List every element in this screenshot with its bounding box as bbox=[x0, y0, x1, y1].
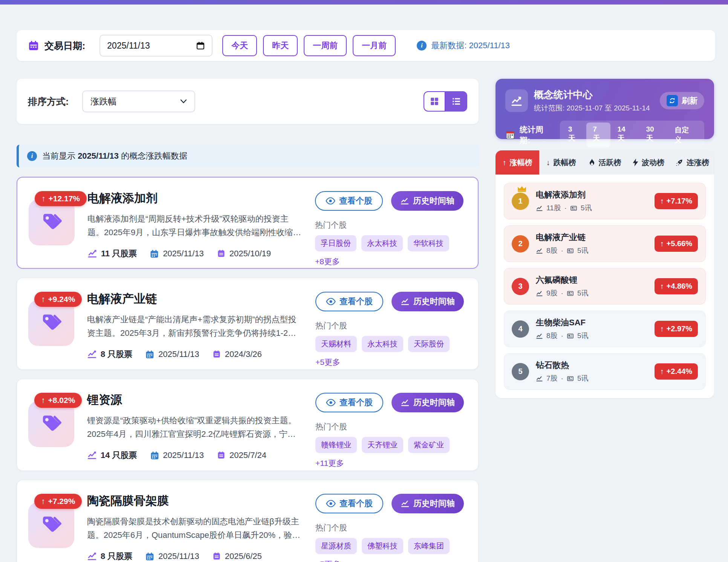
more-stocks-link[interactable]: +8更多 bbox=[315, 256, 340, 267]
chart-icon bbox=[400, 196, 409, 205]
period-3d-button[interactable]: 3天 bbox=[562, 123, 586, 147]
stock-chip[interactable]: 华软科技 bbox=[408, 235, 449, 251]
news-icon bbox=[567, 290, 574, 297]
period-14d-button[interactable]: 14天 bbox=[611, 123, 639, 147]
period-custom-button[interactable]: 自定义 bbox=[668, 123, 702, 147]
stock-chip[interactable]: 赣锋锂业 bbox=[315, 437, 357, 453]
ranking-item[interactable]: 1 电解液添加剂 11股 · 5讯 ↑+7.17% bbox=[504, 183, 706, 219]
down-arrow-icon: ↓ bbox=[546, 158, 550, 167]
ranking-item[interactable]: 2 电解液产业链 8股 · 5讯 ↑+5.66% bbox=[504, 225, 706, 262]
quick-date-buttons: 今天 昨天 一周前 一月前 bbox=[222, 35, 396, 56]
ranking-list: 1 电解液添加剂 11股 · 5讯 ↑+7.17% bbox=[496, 175, 714, 398]
rank-change-badge: ↑+7.17% bbox=[655, 193, 698, 209]
update-date: 2025/11/13 bbox=[163, 249, 203, 259]
history-timeline-button[interactable]: 历史时间轴 bbox=[392, 393, 464, 412]
trade-date-toolbar: 交易日期: 2025/11/13 今天 昨天 一周前 一月前 i 最新数据: 2… bbox=[17, 30, 715, 61]
up-arrow-icon: ↑ bbox=[503, 158, 506, 167]
stock-chip[interactable]: 永太科技 bbox=[361, 235, 403, 251]
period-label: 统计周期: bbox=[520, 124, 554, 145]
mini-chart-icon bbox=[536, 205, 543, 212]
date-picker-icon[interactable] bbox=[196, 41, 205, 50]
tab-losers[interactable]: ↓跌幅榜 bbox=[539, 150, 583, 175]
info-icon: i bbox=[27, 151, 37, 161]
stock-chip[interactable]: 孚日股份 bbox=[315, 235, 356, 251]
concept-description: 电解液产业链是“产能出清尾声+需求复苏初期”的拐点型投资主题。2025年3月，新… bbox=[87, 313, 303, 340]
calendar-icon bbox=[28, 40, 39, 51]
ranking-item[interactable]: 5 钻石散热 7股 · 5讯 ↑+2.44% bbox=[504, 353, 706, 390]
concept-icon-wrap: ↑+9.24% bbox=[28, 300, 74, 358]
dot-separator: · bbox=[564, 204, 567, 212]
chevron-down-icon bbox=[180, 99, 187, 104]
calendar-icon bbox=[145, 350, 154, 359]
news-count: 5讯 bbox=[581, 203, 592, 213]
view-stocks-button[interactable]: 查看个股 bbox=[315, 191, 383, 211]
tag-icon bbox=[40, 311, 63, 335]
sort-toolbar: 排序方式: 涨跌幅 bbox=[17, 79, 479, 124]
today-button[interactable]: 今天 bbox=[222, 35, 257, 56]
view-stocks-button[interactable]: 查看个股 bbox=[315, 292, 383, 311]
concept-icon-wrap: ↑+12.17% bbox=[29, 199, 75, 257]
rank-change-badge: ↑+2.97% bbox=[655, 321, 698, 337]
refresh-button[interactable]: 刷新 bbox=[660, 92, 704, 109]
stock-chip[interactable]: 天赐材料 bbox=[315, 336, 357, 352]
mini-chart-icon bbox=[536, 375, 543, 382]
concept-card[interactable]: ↑+8.02% 锂资源 锂资源是“政策驱动+供给收缩”双重逻辑共振的投资主题。2… bbox=[17, 379, 479, 471]
yesterday-button[interactable]: 昨天 bbox=[263, 35, 298, 56]
mini-calendar-icon bbox=[505, 130, 515, 140]
eye-icon bbox=[326, 298, 336, 305]
stock-chip[interactable]: 紫金矿业 bbox=[408, 437, 450, 453]
month-ago-button[interactable]: 一月前 bbox=[353, 35, 396, 56]
update-date: 2025/11/13 bbox=[163, 450, 204, 460]
history-timeline-button[interactable]: 历史时间轴 bbox=[391, 191, 463, 211]
view-stocks-button[interactable]: 查看个股 bbox=[315, 494, 383, 513]
banner-text: 当前显示 2025/11/13 的概念涨跌幅数据 bbox=[42, 150, 187, 162]
rank-title: 电解液添加剂 bbox=[536, 189, 592, 201]
calendar-icon bbox=[150, 249, 159, 259]
tab-streak[interactable]: 连涨榜 bbox=[670, 150, 714, 175]
period-30d-button[interactable]: 30天 bbox=[639, 123, 667, 147]
hot-stocks-label: 热门个股 bbox=[315, 220, 466, 230]
grid-view-button[interactable] bbox=[424, 91, 445, 112]
more-stocks-link[interactable]: +5更多 bbox=[315, 357, 340, 368]
stock-chip[interactable]: 天际股份 bbox=[408, 336, 450, 352]
ranking-item[interactable]: 4 生物柴油SAF 8股 · 5讯 ↑+2.97% bbox=[504, 311, 706, 347]
sort-select[interactable]: 涨跌幅 bbox=[82, 90, 195, 112]
crown-icon bbox=[517, 185, 527, 192]
tab-gainers[interactable]: ↑涨幅榜 bbox=[496, 150, 539, 175]
rank-title: 钻石散热 bbox=[536, 360, 588, 371]
stock-chip[interactable]: 佛塑科技 bbox=[362, 538, 403, 554]
week-ago-button[interactable]: 一周前 bbox=[304, 35, 347, 56]
eye-icon bbox=[326, 500, 336, 507]
change-badge: ↑+8.02% bbox=[34, 393, 82, 408]
concept-description: 电解液添加剂是“周期反转+技术升级”双轮驱动的投资主题。2025年9月，山东孚日… bbox=[87, 212, 302, 239]
stock-count: 8股 bbox=[546, 331, 558, 341]
main-column: 排序方式: 涨跌幅 bbox=[17, 79, 479, 562]
mini-chart-icon bbox=[536, 332, 543, 340]
view-stocks-button[interactable]: 查看个股 bbox=[315, 393, 383, 412]
history-timeline-button[interactable]: 历史时间轴 bbox=[392, 494, 464, 513]
period-7d-button[interactable]: 7天 bbox=[586, 123, 610, 147]
tab-volatility[interactable]: 波动榜 bbox=[627, 150, 670, 175]
stock-chip[interactable]: 星源材质 bbox=[315, 538, 357, 554]
ranking-item[interactable]: 3 六氟磷酸锂 9股 · 5讯 ↑+4.86% bbox=[504, 268, 706, 305]
date-input[interactable]: 2025/11/13 bbox=[99, 35, 213, 57]
period-selector: 3天 7天 14天 30天 自定义 bbox=[560, 121, 704, 149]
current-view-banner: i 当前显示 2025/11/13 的概念涨跌幅数据 bbox=[17, 145, 479, 167]
more-stocks-link[interactable]: +11更多 bbox=[315, 458, 344, 469]
concept-card[interactable]: ↑+7.29% 陶瓷隔膜骨架膜 陶瓷隔膜骨架膜是技术创新驱动的固态电池产业链β升… bbox=[17, 480, 479, 562]
history-timeline-button[interactable]: 历史时间轴 bbox=[392, 292, 464, 311]
list-view-button[interactable] bbox=[445, 91, 467, 112]
chart-icon bbox=[401, 499, 410, 508]
tab-active[interactable]: 活跃榜 bbox=[583, 150, 627, 175]
concept-card[interactable]: ↑+9.24% 电解液产业链 电解液产业链是“产能出清尾声+需求复苏初期”的拐点… bbox=[17, 278, 479, 370]
dot-separator: · bbox=[561, 289, 563, 297]
stock-chip[interactable]: 东峰集团 bbox=[408, 538, 450, 554]
list-icon bbox=[451, 96, 461, 106]
info-icon: i bbox=[417, 41, 427, 51]
note-icon bbox=[217, 249, 226, 258]
more-stocks-link[interactable]: +5更多 bbox=[315, 559, 340, 562]
stock-chip[interactable]: 永太科技 bbox=[362, 336, 403, 352]
stock-chip[interactable]: 天齐锂业 bbox=[362, 437, 403, 453]
up-arrow-icon: ↑ bbox=[660, 282, 664, 291]
concept-card[interactable]: ↑+12.17% 电解液添加剂 电解液添加剂是“周期反转+技术升级”双轮驱动的投… bbox=[17, 177, 479, 269]
